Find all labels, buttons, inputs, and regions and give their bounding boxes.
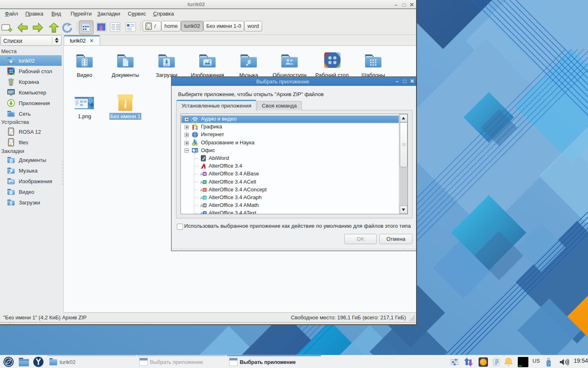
svg-text:A: A [200, 172, 203, 176]
svg-text:M: M [203, 204, 206, 207]
svg-text:B: B [204, 172, 206, 176]
svg-text:T: T [204, 211, 206, 214]
svg-text:A: A [200, 180, 203, 184]
svg-text:G: G [204, 196, 206, 200]
svg-text:C: C [204, 188, 206, 192]
svg-text:C: C [204, 180, 206, 184]
svg-text:A: A [200, 196, 203, 200]
svg-text:A: A [200, 211, 203, 214]
svg-text:A: A [200, 188, 203, 192]
svg-text:A: A [200, 204, 203, 208]
